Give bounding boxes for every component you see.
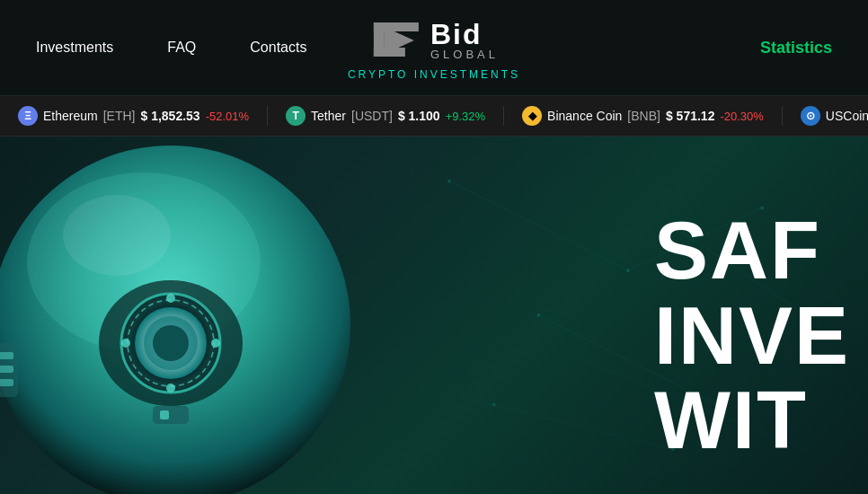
svg-point-10 [447,180,451,183]
nav-left: Investments FAQ Contacts [36,40,306,56]
usdt-icon: T [286,106,306,126]
eth-name: Ethereum [43,109,98,123]
logo-subtitle: CRYPTO INVESTMENTS [348,68,520,81]
usdt-price: $ 1.100 [398,109,440,123]
svg-point-33 [63,195,171,276]
ticker-bar: Ξ Ethereum [ETH] $ 1,852.53 -52.01% T Te… [0,96,868,137]
ticker-content: Ξ Ethereum [ETH] $ 1,852.53 -52.01% T Te… [0,106,868,126]
svg-rect-35 [0,352,13,359]
nav-faq[interactable]: FAQ [167,40,196,56]
bnb-price: $ 571.12 [666,109,715,123]
svg-line-8 [494,405,673,450]
statistics-link[interactable]: Statistics [760,39,832,57]
bnb-icon: ◆ [522,106,542,126]
svg-rect-36 [0,366,13,373]
svg-point-30 [211,339,220,348]
svg-rect-37 [0,379,13,386]
bnb-name: Binance Coin [547,109,622,123]
eth-icon: Ξ [18,106,38,126]
ticker-item-bnb: ◆ Binance Coin [BNB] $ 571.12 -20.30% [504,106,783,126]
svg-point-13 [536,313,540,317]
svg-point-11 [626,269,630,272]
logo-text: Bid GLOBAL [430,20,499,60]
usdt-name: Tether [311,109,346,123]
hero-section: SAF INVE WIT [0,137,868,494]
logo-global-text: GLOBAL [430,49,499,60]
ticker-item-usdc: ⊙ USCoin [USDC] $ 1.1 [783,106,868,126]
svg-point-27 [166,294,175,303]
eth-price: $ 1,852.53 [140,109,199,123]
logo-top: Bid GLOBAL [369,15,499,65]
eth-code: [ETH] [103,109,136,123]
hero-text: SAF INVE WIT [654,208,850,463]
usdt-change: +9.32% [446,110,485,123]
svg-line-4 [449,181,628,271]
ticker-item-eth: Ξ Ethereum [ETH] $ 1,852.53 -52.01% [0,106,268,126]
logo-icon [369,15,423,65]
bnb-code: [BNB] [627,109,660,123]
logo[interactable]: Bid GLOBAL CRYPTO INVESTMENTS [348,15,520,81]
hero-line-3: WIT [654,378,850,463]
nav-investments[interactable]: Investments [36,40,113,56]
svg-rect-3 [374,48,405,57]
svg-rect-32 [160,410,169,419]
bnb-change: -20.30% [720,110,763,123]
svg-point-28 [166,384,175,393]
svg-point-29 [121,339,130,348]
eth-change: -52.01% [206,110,249,123]
svg-rect-31 [153,406,189,424]
svg-rect-1 [374,22,419,31]
hero-line-1: SAF [654,208,850,294]
hero-line-2: INVE [654,294,850,379]
robot-figure [0,146,413,494]
usdt-code: [USDT] [351,109,393,123]
usdc-name: USCoin [826,109,868,123]
svg-point-25 [153,325,189,361]
svg-point-17 [492,403,496,407]
nav-contacts[interactable]: Contacts [250,40,306,56]
ticker-item-usdt: T Tether [USDT] $ 1.100 +9.32% [268,106,504,126]
usdc-icon: ⊙ [801,106,820,126]
logo-bid-text: Bid [430,20,499,49]
navbar: Investments FAQ Contacts Bid GLOBAL CRYP… [0,0,868,96]
